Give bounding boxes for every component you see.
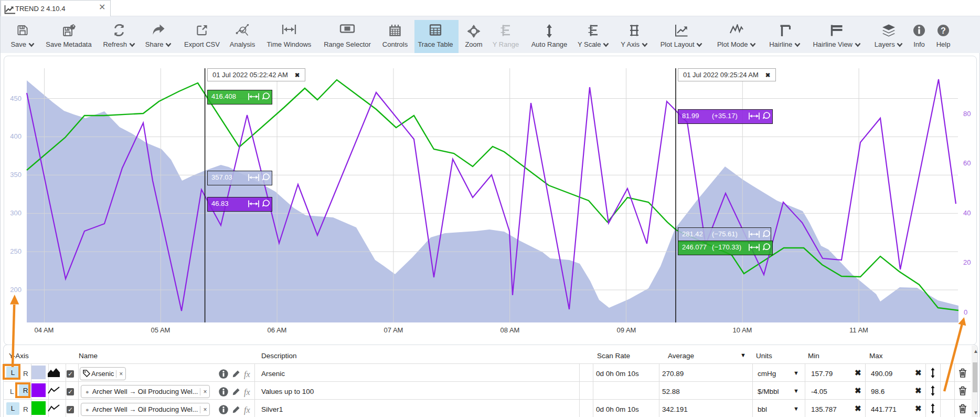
svg-text:?: ?: [941, 26, 946, 35]
